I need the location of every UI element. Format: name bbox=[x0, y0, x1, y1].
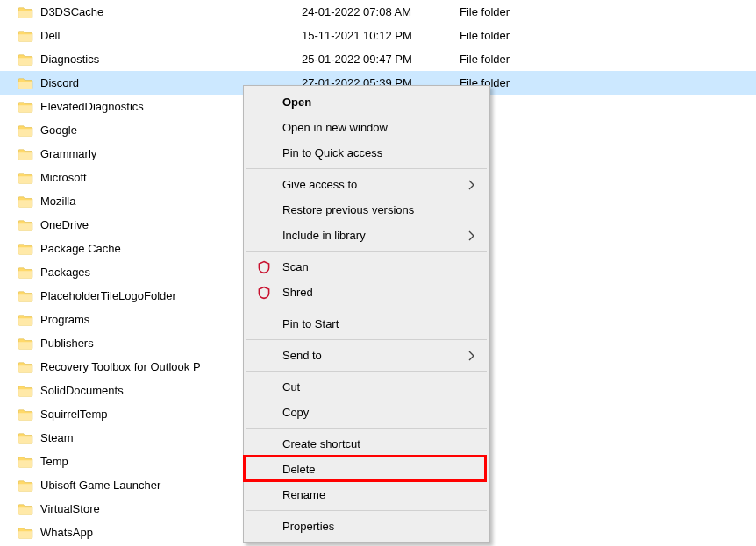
menu-item-pin-to-start[interactable]: Pin to Start bbox=[246, 311, 488, 337]
file-date: 24-01-2022 07:08 AM bbox=[302, 5, 460, 18]
folder-icon-cell bbox=[18, 456, 39, 468]
folder-icon bbox=[18, 195, 33, 208]
menu-item-pin-to-quick-access[interactable]: Pin to Quick access bbox=[246, 140, 488, 166]
folder-icon-cell bbox=[18, 432, 39, 444]
menu-item-label: Open bbox=[282, 96, 311, 109]
folder-icon-cell bbox=[18, 101, 39, 113]
file-name: Dell bbox=[39, 29, 302, 42]
folder-icon bbox=[18, 77, 33, 89]
menu-item-restore-previous-versions[interactable]: Restore previous versions bbox=[246, 197, 488, 223]
folder-icon-cell bbox=[18, 77, 39, 89]
menu-item-label: Cut bbox=[282, 380, 300, 394]
menu-item-open-in-new-window[interactable]: Open in new window bbox=[246, 115, 488, 140]
menu-item-label: Send to bbox=[282, 349, 322, 362]
file-row-diagnostics[interactable]: Diagnostics25-01-2022 09:47 PMFile folde… bbox=[0, 47, 756, 71]
folder-icon bbox=[18, 124, 33, 137]
folder-icon-cell bbox=[18, 385, 39, 397]
menu-separator bbox=[246, 510, 487, 511]
menu-item-properties[interactable]: Properties bbox=[246, 514, 488, 539]
menu-item-label: Include in library bbox=[282, 229, 366, 242]
mcafee-shield-icon bbox=[257, 260, 271, 274]
menu-item-label: Properties bbox=[282, 520, 334, 533]
folder-icon-cell bbox=[18, 503, 39, 515]
menu-item-open[interactable]: Open bbox=[246, 89, 488, 115]
menu-item-label: Copy bbox=[282, 406, 309, 419]
menu-item-shred[interactable]: Shred bbox=[246, 280, 488, 305]
menu-item-label: Rename bbox=[282, 488, 325, 501]
menu-item-cut[interactable]: Cut bbox=[246, 374, 488, 400]
menu-item-delete[interactable]: Delete bbox=[246, 457, 488, 482]
folder-icon-cell bbox=[18, 527, 39, 539]
folder-icon-cell bbox=[18, 53, 39, 66]
folder-icon-cell bbox=[18, 30, 39, 42]
folder-icon-cell bbox=[18, 219, 39, 231]
menu-item-label: Give access to bbox=[282, 178, 357, 191]
submenu-arrow-icon bbox=[468, 180, 475, 190]
menu-item-scan[interactable]: Scan bbox=[246, 254, 488, 280]
folder-icon bbox=[18, 101, 33, 113]
folder-icon-cell bbox=[18, 408, 39, 421]
folder-icon bbox=[18, 266, 33, 279]
menu-separator bbox=[246, 168, 487, 169]
folder-icon bbox=[18, 148, 33, 160]
menu-item-label: Create shortcut bbox=[282, 437, 360, 450]
folder-icon bbox=[18, 290, 33, 302]
folder-icon bbox=[18, 6, 33, 18]
folder-icon-cell bbox=[18, 479, 39, 492]
folder-icon-cell bbox=[18, 124, 39, 137]
folder-icon bbox=[18, 243, 33, 255]
folder-icon-cell bbox=[18, 337, 39, 350]
menu-item-create-shortcut[interactable]: Create shortcut bbox=[246, 431, 488, 457]
folder-icon bbox=[18, 456, 33, 468]
mcafee-icon bbox=[256, 285, 272, 301]
menu-item-label: Restore previous versions bbox=[282, 203, 414, 216]
menu-item-label: Pin to Quick access bbox=[282, 146, 382, 160]
menu-separator bbox=[246, 371, 487, 372]
folder-icon bbox=[18, 408, 33, 421]
folder-icon-cell bbox=[18, 290, 39, 302]
chevron-right-icon bbox=[468, 180, 475, 190]
folder-icon-cell bbox=[18, 243, 39, 255]
menu-item-label: Delete bbox=[282, 463, 316, 476]
folder-icon bbox=[18, 314, 33, 326]
folder-icon-cell bbox=[18, 361, 39, 373]
folder-icon bbox=[18, 503, 33, 515]
file-date: 25-01-2022 09:47 PM bbox=[302, 53, 460, 66]
folder-icon bbox=[18, 527, 33, 539]
chevron-right-icon bbox=[468, 351, 475, 361]
folder-icon-cell bbox=[18, 148, 39, 160]
menu-item-label: Shred bbox=[282, 286, 313, 299]
file-type: File folder bbox=[460, 5, 565, 18]
menu-separator bbox=[246, 339, 487, 340]
folder-icon bbox=[18, 361, 33, 373]
folder-icon-cell bbox=[18, 6, 39, 18]
mcafee-icon bbox=[256, 259, 272, 275]
folder-icon-cell bbox=[18, 314, 39, 326]
folder-icon bbox=[18, 479, 33, 492]
file-row-d3dscache[interactable]: D3DSCache24-01-2022 07:08 AMFile folder bbox=[0, 0, 756, 24]
folder-icon-cell bbox=[18, 195, 39, 208]
file-type: File folder bbox=[460, 53, 565, 66]
folder-icon bbox=[18, 432, 33, 444]
submenu-arrow-icon bbox=[468, 351, 475, 361]
mcafee-shield-icon bbox=[257, 286, 271, 300]
menu-item-copy[interactable]: Copy bbox=[246, 400, 488, 425]
menu-separator bbox=[246, 251, 487, 252]
submenu-arrow-icon bbox=[468, 230, 475, 241]
folder-icon bbox=[18, 219, 33, 231]
folder-icon bbox=[18, 337, 33, 350]
menu-item-label: Open in new window bbox=[282, 121, 388, 134]
menu-item-include-in-library[interactable]: Include in library bbox=[246, 223, 488, 248]
folder-icon bbox=[18, 172, 33, 184]
menu-separator bbox=[246, 428, 487, 429]
menu-item-rename[interactable]: Rename bbox=[246, 482, 488, 507]
file-name: D3DSCache bbox=[39, 5, 302, 18]
folder-icon bbox=[18, 385, 33, 397]
menu-item-send-to[interactable]: Send to bbox=[246, 343, 488, 368]
folder-icon-cell bbox=[18, 172, 39, 184]
file-date: 15-11-2021 10:12 PM bbox=[302, 29, 460, 42]
file-row-dell[interactable]: Dell15-11-2021 10:12 PMFile folder bbox=[0, 24, 756, 47]
folder-icon bbox=[18, 53, 33, 66]
menu-item-give-access-to[interactable]: Give access to bbox=[246, 172, 488, 197]
menu-separator bbox=[246, 308, 487, 308]
